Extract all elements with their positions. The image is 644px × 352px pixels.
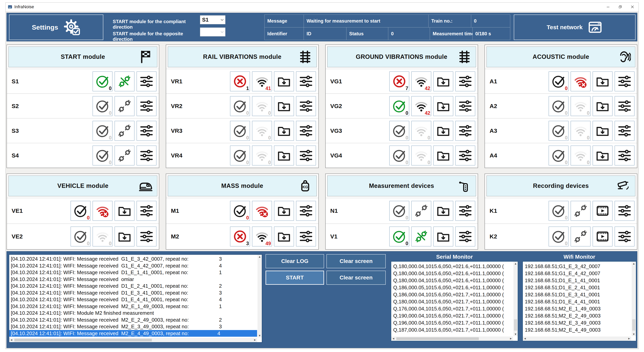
n1-check-button[interactable]: 0 [389, 201, 409, 221]
serial-line[interactable]: Q,190,000.04,1015.6,050,+021.7,+011.1,00… [393, 312, 513, 319]
a4-check-button[interactable]: 0 [548, 146, 568, 166]
a1-check-button[interactable]: 0 [548, 71, 568, 91]
vg2-check-button[interactable]: 0 [389, 96, 409, 116]
wifi-line[interactable]: 192.168.68.51;G1_E_4_42_0007 [525, 270, 631, 277]
s4-check-button[interactable]: 0 [92, 146, 112, 166]
settings-button[interactable]: Settings [9, 14, 103, 40]
a4-sliders-button[interactable] [614, 146, 634, 166]
vg2-wifi-button[interactable]: 42 [411, 96, 431, 116]
s4-plug-off-button[interactable] [114, 146, 134, 166]
wifi-line[interactable]: 192.168.68.51;D1_E_2_41_0001 [525, 284, 631, 291]
log-line[interactable]: [04.10.2024 12:41:01]: WIFI: Message rec… [11, 303, 257, 310]
serial-line[interactable]: Q,180,000.04,1015.6,050,+021.6,+011.1,00… [393, 277, 513, 284]
vg1-x-button[interactable]: 7 [389, 71, 409, 91]
scroll-up-icon[interactable]: ▲ [514, 262, 518, 265]
vr3-wifi-button[interactable]: 0 [252, 121, 272, 141]
wifi-line[interactable]: 192.168.68.51;D1_E_4_41_0001 [525, 298, 631, 305]
a3-wifi-button[interactable]: 0 [570, 121, 590, 141]
vr4-sliders-button[interactable] [296, 146, 316, 166]
serial-line[interactable]: Q,186,000.05,1015.6,050,+021.6,+011.1,00… [393, 284, 513, 291]
log-line[interactable]: [04.10.2024 12:41:01]: WIFI: Message rec… [11, 289, 257, 296]
serial-vertical-scrollbar[interactable]: ▲ ▼ [514, 262, 518, 336]
log-line[interactable]: [04.10.2024 12:41:01]: WIFI: Message rec… [11, 296, 257, 303]
scroll-up-icon[interactable]: ▲ [632, 262, 636, 265]
log-line[interactable]: [04.10.2024 12:41:01]: WIFI: Module M2 f… [11, 310, 257, 317]
scroll-right-icon[interactable]: ► [254, 338, 256, 342]
v1-plug-on-button[interactable] [411, 226, 431, 246]
m2-folder-button[interactable] [274, 226, 294, 246]
log-line[interactable]: [04.10.2024 12:41:01]: WIFI: Message rec… [11, 256, 257, 262]
a1-wifi-x-button[interactable] [570, 71, 590, 91]
wifi-line[interactable]: 192.168.68.51;M2_E_4_49_0003 [525, 326, 631, 333]
ve1-sliders-button[interactable] [136, 201, 156, 221]
n1-sliders-button[interactable] [455, 201, 475, 221]
start-button[interactable]: START [266, 271, 324, 285]
serial-line[interactable]: Q,180,000.04,1015.6,050,+021.6,+011.1,00… [393, 263, 513, 270]
s4-sliders-button[interactable] [136, 146, 156, 166]
m2-x-button[interactable]: 3 [230, 226, 250, 246]
a2-sliders-button[interactable] [614, 96, 634, 116]
scroll-down-icon[interactable]: ▼ [514, 333, 518, 336]
log-line[interactable]: [04.10.2024 12:41:01]: WIFI: Message rec… [11, 276, 257, 283]
minimize-button[interactable] [602, 2, 614, 11]
s2-plug-off-button[interactable] [114, 96, 134, 116]
k1-check-button[interactable]: 0 [548, 201, 568, 221]
vr2-check-button[interactable]: 0 [230, 96, 250, 116]
log-horizontal-scrollbar[interactable]: ◄ ► [9, 338, 257, 342]
m2-wifi-button[interactable]: 49 [252, 226, 272, 246]
wifi-line[interactable]: 192.168.68.51;M2_E_2_49_0003 [525, 312, 631, 319]
ve1-wifi-x-button[interactable] [92, 201, 112, 221]
n1-plug-off-button[interactable] [411, 201, 431, 221]
vr3-sliders-button[interactable] [296, 121, 316, 141]
vg3-folder-button[interactable] [433, 121, 453, 141]
serial-line[interactable]: Q,196,000.04,1015.6,050,+021.7,+011.1,00… [393, 319, 513, 326]
ve1-check-button[interactable]: 0 [70, 201, 90, 221]
vr1-folder-button[interactable] [274, 71, 294, 91]
vr3-check-button[interactable]: 0 [230, 121, 250, 141]
scroll-thumb[interactable] [396, 337, 479, 340]
wifi-line[interactable]: 192.168.68.51;M2_E_3_49_0003 [525, 319, 631, 326]
vg1-folder-button[interactable] [433, 71, 453, 91]
m1-check-button[interactable]: 0 [230, 201, 250, 221]
a2-folder-button[interactable] [592, 96, 612, 116]
vg4-wifi-button[interactable]: 0 [411, 146, 431, 166]
wifi-vertical-scrollbar[interactable]: ▲ ▼ [632, 262, 636, 336]
a4-folder-button[interactable] [592, 146, 612, 166]
log-line[interactable]: [04.10.2024 12:41:01]: WIFI: Message rec… [11, 262, 257, 269]
vg2-sliders-button[interactable] [455, 96, 475, 116]
wifi-line[interactable]: 192.168.68.51;G1_E_3_42_0007 [525, 263, 631, 270]
opposite-direction-select[interactable] [200, 27, 226, 36]
wifi-line[interactable]: 192.168.68.51;D1_E_3_41_0001 [525, 291, 631, 298]
vg1-wifi-button[interactable]: 42 [411, 71, 431, 91]
log-line[interactable]: [04.10.2024 12:41:01]: WIFI: Message rec… [11, 283, 257, 289]
scroll-right-icon[interactable]: ► [510, 337, 512, 340]
a2-wifi-button[interactable]: 0 [570, 96, 590, 116]
v1-check-button[interactable]: 0 [389, 226, 409, 246]
k1-film-button[interactable] [592, 201, 612, 221]
s2-sliders-button[interactable] [136, 96, 156, 116]
vg4-check-button[interactable]: 0 [389, 146, 409, 166]
s1-sliders-button[interactable] [136, 71, 156, 91]
vg4-folder-button[interactable] [433, 146, 453, 166]
s2-check-button[interactable]: 0 [92, 96, 112, 116]
m1-wifi-x-button[interactable] [252, 201, 272, 221]
vg3-wifi-button[interactable]: 0 [411, 121, 431, 141]
ve2-wifi-button[interactable]: 0 [92, 226, 112, 246]
ve2-folder-button[interactable] [114, 226, 134, 246]
vg2-folder-button[interactable] [433, 96, 453, 116]
scroll-down-icon[interactable]: ▼ [258, 334, 262, 337]
ve2-check-button[interactable]: 0 [70, 226, 90, 246]
compliant-direction-select[interactable]: S1 [200, 15, 226, 24]
s3-plug-off-button[interactable] [114, 121, 134, 141]
a2-check-button[interactable]: 0 [548, 96, 568, 116]
restore-button[interactable] [614, 2, 626, 11]
s3-check-button[interactable]: 0 [92, 121, 112, 141]
close-button[interactable] [626, 2, 638, 11]
serial-line[interactable]: Q,180,000.04,1015.6,050,+021.7,+011.1,00… [393, 298, 513, 305]
k2-plug-off-button[interactable] [570, 226, 590, 246]
wifi-line[interactable]: 192.168.68.51;M2_E_1_49_0003 [525, 305, 631, 312]
scroll-thumb[interactable] [514, 319, 517, 331]
k2-sliders-button[interactable] [614, 226, 634, 246]
vg3-sliders-button[interactable] [455, 121, 475, 141]
vr1-x-button[interactable]: 1 [230, 71, 250, 91]
